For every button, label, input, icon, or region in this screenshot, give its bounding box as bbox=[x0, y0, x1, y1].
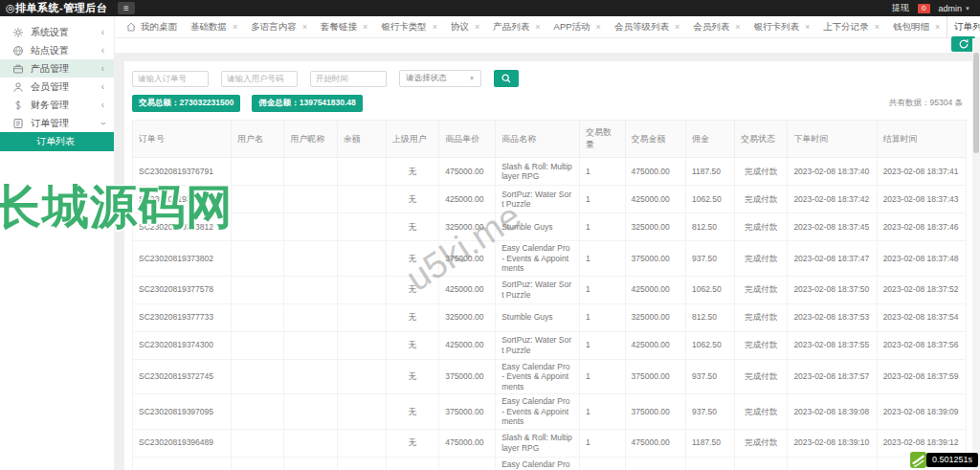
user-menu[interactable]: admin ▼ bbox=[939, 4, 970, 13]
sidebar-item-system-settings[interactable]: 系统设置‹ bbox=[0, 23, 114, 41]
table-cell: 375000.00 bbox=[439, 394, 496, 430]
table-cell: SC23020819396489 bbox=[133, 429, 232, 457]
tab-label: 会员列表 bbox=[693, 21, 729, 34]
close-tab-icon[interactable]: × bbox=[596, 22, 601, 32]
table-cell: 937.50 bbox=[685, 359, 734, 394]
table-cell bbox=[337, 213, 386, 241]
start-time-input[interactable] bbox=[310, 71, 387, 87]
table-cell: 1 bbox=[580, 276, 626, 303]
topbar-right: 提现 0 admin ▼ bbox=[892, 0, 970, 16]
tab-updown-record[interactable]: 上下分记录× bbox=[816, 16, 886, 37]
tab-bankcard-type[interactable]: 银行卡类型× bbox=[374, 16, 444, 37]
table-cell: 2023-02-08 18:37:41 bbox=[877, 158, 966, 186]
table-cell: 2023-02-08 18:37:59 bbox=[877, 359, 966, 394]
table-cell: 完成付款 bbox=[734, 359, 787, 394]
table-cell: 完成付款 bbox=[734, 158, 787, 186]
chevron-left-icon: ‹ bbox=[101, 28, 104, 37]
table-cell bbox=[231, 241, 283, 277]
tab-my-desktop[interactable]: 我的桌面 bbox=[119, 16, 184, 37]
tab-label: 上下分记录 bbox=[823, 21, 869, 34]
table-cell: 375000.00 bbox=[625, 359, 685, 394]
table-row: SC23020819377578无425000.00SortPuz: Water… bbox=[133, 276, 967, 303]
close-tab-icon[interactable]: × bbox=[475, 22, 479, 32]
sidebar-subitem-order-list[interactable]: 订单列表 bbox=[0, 132, 114, 151]
table-cell: 1187.50 bbox=[685, 158, 734, 186]
tab-label: 我的桌面 bbox=[141, 21, 177, 34]
table-cell bbox=[284, 276, 337, 303]
column-header: 商品名称 bbox=[496, 121, 580, 158]
sidebar-item-label: 产品管理 bbox=[31, 62, 95, 76]
chevron-left-icon: ‹ bbox=[101, 46, 104, 56]
table-cell: 完成付款 bbox=[734, 457, 787, 470]
table-cell bbox=[284, 158, 337, 186]
sidebar-item-finance-management[interactable]: 财务管理‹ bbox=[0, 96, 114, 114]
table-cell: 375000.00 bbox=[439, 241, 496, 277]
menu-toggle-button[interactable]: ≡ bbox=[118, 2, 135, 14]
tab-protocol[interactable]: 协议× bbox=[444, 16, 486, 37]
table-cell: SC23020819397095 bbox=[133, 394, 232, 430]
sidebar-item-site-settings[interactable]: 站点设置‹ bbox=[0, 41, 114, 59]
table-cell: 475000.00 bbox=[625, 429, 685, 457]
tab-member-list[interactable]: 会员列表× bbox=[686, 16, 746, 37]
sidebar-item-product-management[interactable]: 产品管理‹ bbox=[0, 59, 114, 78]
table-cell: Slash & Roll: Multiplayer RPG bbox=[496, 158, 580, 186]
chevron-left-icon: ‹ bbox=[101, 101, 104, 110]
user-no-input[interactable] bbox=[221, 71, 298, 87]
table-cell: 1062.50 bbox=[685, 186, 734, 213]
table-cell bbox=[231, 394, 283, 430]
close-tab-icon[interactable]: × bbox=[675, 22, 679, 32]
table-cell: 2023-02-08 18:37:45 bbox=[788, 213, 877, 241]
tab-label: 基础数据 bbox=[190, 21, 227, 34]
withdraw-link[interactable]: 提现 bbox=[892, 2, 909, 14]
table-cell: 475000.00 bbox=[439, 429, 496, 457]
tab-label: 银行卡类型 bbox=[381, 21, 427, 34]
order-no-input[interactable] bbox=[132, 71, 209, 87]
tab-wallet-detail[interactable]: 钱包明细× bbox=[886, 16, 947, 37]
table-cell: 325000.00 bbox=[439, 303, 496, 331]
tab-app-activity[interactable]: APP活动× bbox=[547, 16, 608, 37]
tab-product-list[interactable]: 产品列表× bbox=[486, 16, 546, 37]
tab-bankcard-list[interactable]: 银行卡列表× bbox=[746, 16, 816, 37]
close-tab-icon[interactable]: × bbox=[875, 22, 880, 32]
close-tab-icon[interactable]: × bbox=[735, 22, 740, 32]
close-tab-icon[interactable]: × bbox=[363, 22, 368, 32]
tab-multilang-content[interactable]: 多语言内容× bbox=[244, 16, 314, 37]
record-count-label: 共有数据：95304 条 bbox=[889, 98, 967, 109]
close-tab-icon[interactable]: × bbox=[805, 22, 810, 32]
table-cell: 375000.00 bbox=[625, 457, 685, 470]
user-icon bbox=[12, 81, 24, 93]
close-tab-icon[interactable]: × bbox=[302, 22, 307, 32]
tab-package-link[interactable]: 套餐链接× bbox=[314, 16, 374, 37]
globe-icon bbox=[12, 45, 24, 56]
scrollbar-thumb[interactable] bbox=[973, 53, 979, 153]
sidebar-item-member-management[interactable]: 会员管理‹ bbox=[0, 78, 114, 96]
table-cell bbox=[284, 186, 337, 213]
table-cell: 2023-02-08 18:37:54 bbox=[877, 303, 966, 331]
tab-basic-data[interactable]: 基础数据× bbox=[184, 16, 244, 37]
trace-duration-badge[interactable]: 0.501251s bbox=[926, 453, 978, 467]
table-cell: 1 bbox=[580, 394, 626, 430]
table-cell: SC23020819377733 bbox=[133, 303, 232, 331]
close-tab-icon[interactable]: × bbox=[233, 22, 237, 32]
search-button[interactable] bbox=[494, 70, 519, 87]
sidebar-item-order-management[interactable]: 订单管理‹ bbox=[0, 114, 114, 132]
close-tab-icon[interactable]: × bbox=[935, 22, 940, 32]
stats-bar: 交易总额：273032231500 佣金总额：1397541830.48 共有数… bbox=[132, 95, 967, 112]
toolbar bbox=[115, 38, 980, 53]
column-header: 上级用户 bbox=[386, 121, 438, 158]
sidebar-item-label: 财务管理 bbox=[31, 99, 95, 112]
tab-order-list[interactable]: 订单列表× bbox=[947, 16, 980, 37]
table-cell: 无 bbox=[386, 457, 438, 470]
trace-logo-icon[interactable] bbox=[910, 452, 926, 468]
chevron-left-icon: ‹ bbox=[101, 82, 104, 92]
table-cell: 1 bbox=[580, 213, 626, 241]
status-select[interactable]: 请选择状态 ▼ bbox=[399, 70, 481, 87]
vertical-scrollbar[interactable] bbox=[972, 38, 980, 470]
close-tab-icon[interactable]: × bbox=[535, 22, 540, 32]
order-table: 订单号用户名用户昵称余额上级用户商品单价商品名称交易数量交易金额佣金交易状态下单… bbox=[132, 120, 967, 470]
close-tab-icon[interactable]: × bbox=[433, 22, 437, 32]
column-header: 交易数量 bbox=[580, 121, 626, 158]
table-cell: SC23020819377578 bbox=[133, 276, 232, 303]
table-cell bbox=[284, 241, 337, 277]
tab-member-level-list[interactable]: 会员等级列表× bbox=[608, 16, 686, 37]
